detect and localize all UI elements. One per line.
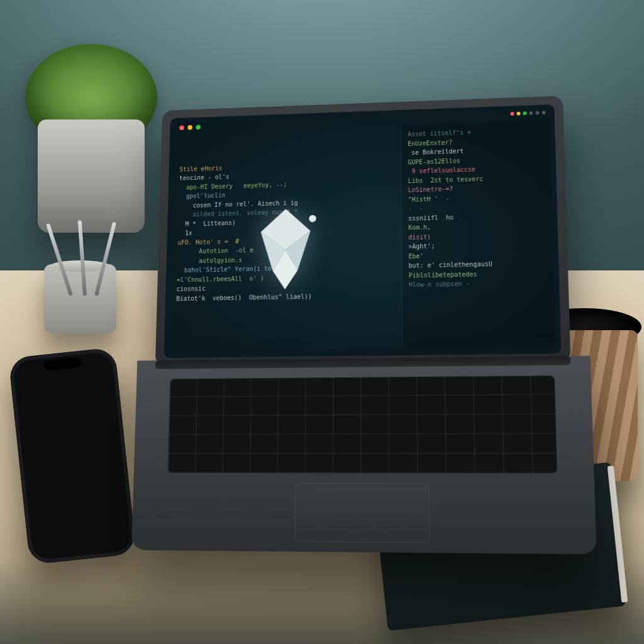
laptop-deck (131, 356, 597, 555)
trackpad[interactable] (294, 483, 430, 543)
secondary-window-controls (510, 111, 545, 116)
smartphone (8, 347, 136, 565)
laptop: Stile eHoristencine - ol's apo-HI Desery… (125, 95, 603, 555)
pen-cup (44, 264, 116, 333)
pen (94, 222, 116, 296)
dot-icon (529, 111, 533, 115)
dot-icon (535, 111, 539, 114)
minimize-icon[interactable] (516, 112, 520, 116)
zoom-icon[interactable] (523, 111, 526, 115)
plant-pot (38, 119, 145, 233)
close-icon[interactable] (179, 125, 184, 130)
pen (46, 223, 73, 296)
dot-icon (541, 111, 545, 114)
terminal-output-pane[interactable]: Asset iitself's = EnUzeEnxter? se Bokrei… (401, 120, 555, 348)
desk-scene: Stile eHoristencine - ol's apo-HI Desery… (0, 0, 644, 644)
code-line: Hlow-n subpsen - (409, 277, 548, 289)
minimize-icon[interactable] (187, 125, 192, 130)
laptop-lid: Stile eHoristencine - ol's apo-HI Desery… (155, 96, 571, 367)
code-editor-window[interactable]: Stile eHoristencine - ol's apo-HI Desery… (169, 109, 556, 350)
keyboard[interactable] (167, 375, 557, 474)
source-editor-pane[interactable]: Stile eHoristencine - ol's apo-HI Desery… (169, 125, 403, 350)
close-icon[interactable] (510, 112, 514, 116)
editor-split: Stile eHoristencine - ol's apo-HI Desery… (169, 120, 556, 350)
zoom-icon[interactable] (196, 125, 201, 130)
